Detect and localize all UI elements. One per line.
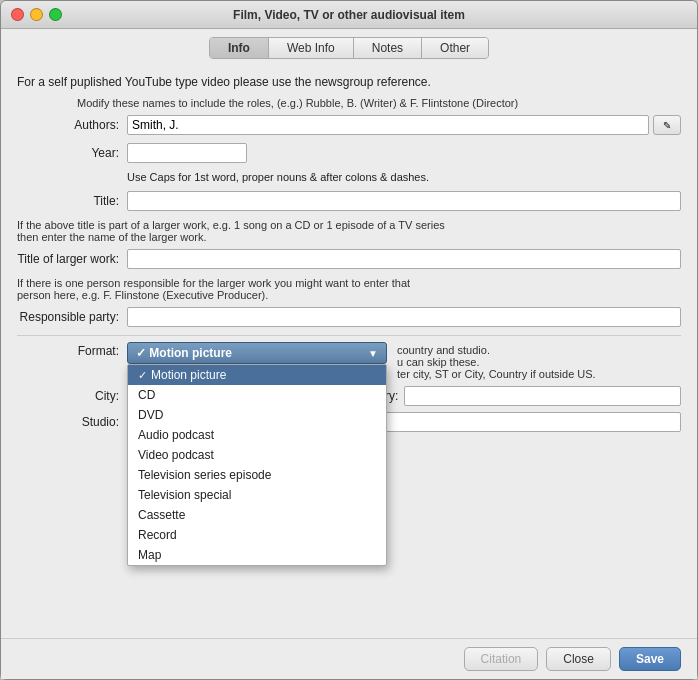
window-title: Film, Video, TV or other audiovisual ite…: [233, 8, 465, 22]
window-controls: [11, 8, 62, 21]
format-row: Format: ✓ Motion picture ▼ ✓Motion pictu…: [17, 342, 681, 380]
format-option-map[interactable]: Map: [128, 545, 386, 565]
tab-other[interactable]: Other: [422, 38, 488, 58]
minimize-window-btn[interactable]: [30, 8, 43, 21]
format-option-cd[interactable]: CD: [128, 385, 386, 405]
location-hint-1: country and studio.: [397, 344, 596, 356]
format-arrow-icon: ▼: [368, 348, 378, 359]
tab-bar: Info Web Info Notes Other: [1, 29, 697, 65]
year-row: Year:: [17, 143, 681, 163]
title-label: Title:: [17, 194, 127, 208]
authors-hint-text: Modify these names to include the roles,…: [17, 97, 681, 109]
authors-input[interactable]: [127, 115, 649, 135]
format-select[interactable]: ✓ Motion picture ▼: [127, 342, 387, 364]
maximize-window-btn[interactable]: [49, 8, 62, 21]
responsible-input[interactable]: [127, 307, 681, 327]
location-hint-3: ter city, ST or City, Country if outside…: [397, 368, 596, 380]
save-button[interactable]: Save: [619, 647, 681, 671]
citation-button[interactable]: Citation: [464, 647, 539, 671]
bottom-bar: Citation Close Save: [1, 638, 697, 679]
title-row: Title:: [17, 191, 681, 211]
tab-web-info[interactable]: Web Info: [269, 38, 354, 58]
studio-label: Studio:: [17, 415, 127, 429]
format-option-tv-series-episode[interactable]: Television series episode: [128, 465, 386, 485]
title-input[interactable]: [127, 191, 681, 211]
location-hints: country and studio. u can skip these. te…: [397, 344, 596, 380]
year-input[interactable]: [127, 143, 247, 163]
responsible-label: Responsible party:: [17, 310, 127, 324]
format-dropdown-container: ✓ Motion picture ▼ ✓Motion picture CD DV…: [127, 342, 387, 364]
close-button[interactable]: Close: [546, 647, 611, 671]
content-area: For a self puplished YouTube type video …: [1, 65, 697, 638]
country-input[interactable]: [404, 386, 681, 406]
authors-input-group: ✎: [127, 115, 681, 135]
info-hint-text: For a self puplished YouTube type video …: [17, 75, 681, 89]
responsible-row: Responsible party:: [17, 307, 681, 327]
city-label: City:: [17, 389, 127, 403]
format-option-record[interactable]: Record: [128, 525, 386, 545]
responsible-hint: If there is one person responsible for t…: [17, 277, 681, 301]
format-option-dvd[interactable]: DVD: [128, 405, 386, 425]
format-option-tv-special[interactable]: Television special: [128, 485, 386, 505]
close-window-btn[interactable]: [11, 8, 24, 21]
title-larger-row: Title of larger work:: [17, 249, 681, 269]
location-hint-2: u can skip these.: [397, 356, 596, 368]
tab-info[interactable]: Info: [210, 38, 269, 58]
format-label: Format:: [17, 342, 127, 358]
format-dropdown-popup: ✓Motion picture CD DVD Audio podcast Vid…: [127, 364, 387, 566]
main-window: Film, Video, TV or other audiovisual ite…: [0, 0, 698, 680]
divider: [17, 335, 681, 336]
format-option-motion-picture[interactable]: ✓Motion picture: [128, 365, 386, 385]
larger-work-hint: If the above title is part of a larger w…: [17, 219, 681, 243]
year-label: Year:: [17, 146, 127, 160]
tab-group: Info Web Info Notes Other: [209, 37, 489, 59]
authors-label: Authors:: [17, 118, 127, 132]
format-option-video-podcast[interactable]: Video podcast: [128, 445, 386, 465]
format-option-cassette[interactable]: Cassette: [128, 505, 386, 525]
authors-row: Authors: ✎: [17, 115, 681, 135]
authors-edit-btn[interactable]: ✎: [653, 115, 681, 135]
title-larger-input[interactable]: [127, 249, 681, 269]
caps-hint: Use Caps for 1st word, proper nouns & af…: [17, 171, 681, 183]
tab-notes[interactable]: Notes: [354, 38, 422, 58]
title-larger-label: Title of larger work:: [17, 252, 127, 266]
title-bar: Film, Video, TV or other audiovisual ite…: [1, 1, 697, 29]
format-option-audio-podcast[interactable]: Audio podcast: [128, 425, 386, 445]
format-selected-value: ✓ Motion picture: [136, 346, 232, 360]
